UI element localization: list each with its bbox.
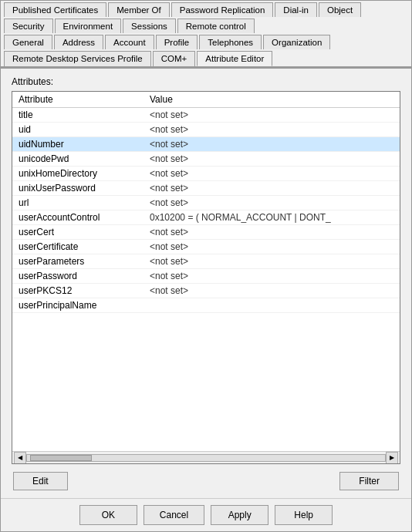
tab-dial-in[interactable]: Dial-in: [275, 2, 317, 17]
tab-account[interactable]: Account: [105, 35, 154, 49]
table-row[interactable]: unixUserPassword<not set>: [12, 181, 400, 196]
cell-attribute: userPKCS12: [12, 284, 144, 298]
cell-attribute: uidNumber: [12, 137, 144, 151]
tab-general[interactable]: General: [4, 35, 52, 49]
tab-content: Attributes: Attribute Value title<not se…: [1, 69, 411, 498]
cell-attribute: userParameters: [12, 254, 144, 268]
tab-security[interactable]: Security: [4, 19, 53, 33]
tab-attribute-editor[interactable]: Attribute Editor: [197, 51, 272, 66]
cell-attribute: unixUserPassword: [12, 181, 144, 195]
attributes-label: Attributes:: [12, 76, 400, 87]
cell-value: <not set>: [144, 254, 400, 268]
scrollbar-track[interactable]: [26, 454, 386, 462]
scroll-right-arrow[interactable]: ▶: [386, 452, 398, 464]
table-row[interactable]: unixHomeDirectory<not set>: [12, 167, 400, 181]
tab-com-plus[interactable]: COM+: [153, 51, 196, 66]
cell-attribute: unixHomeDirectory: [12, 167, 144, 180]
tab-published-certificates[interactable]: Published Certificates: [4, 2, 106, 17]
cell-value: <not set>: [144, 269, 400, 283]
tab-environment[interactable]: Environment: [55, 19, 122, 33]
cell-attribute: userPrincipalName: [12, 298, 144, 312]
table-row[interactable]: userPrincipalName: [12, 298, 400, 313]
tab-row-1: Published Certificates Member Of Passwor…: [1, 1, 411, 17]
table-row[interactable]: url<not set>: [12, 196, 400, 210]
help-button[interactable]: Help: [275, 505, 333, 525]
table-row[interactable]: unicodePwd<not set>: [12, 152, 400, 167]
header-value: Value: [144, 92, 400, 107]
table-row[interactable]: userCert<not set>: [12, 225, 400, 240]
cell-value: <not set>: [144, 181, 400, 195]
tab-password-replication[interactable]: Password Replication: [171, 2, 274, 17]
cell-attribute: unicodePwd: [12, 152, 144, 166]
table-row[interactable]: userCertificate<not set>: [12, 240, 400, 254]
tab-sessions[interactable]: Sessions: [123, 19, 176, 33]
tab-organization[interactable]: Organization: [263, 35, 330, 49]
cell-attribute: title: [12, 108, 144, 122]
attributes-table[interactable]: Attribute Value title<not set>uid<not se…: [12, 91, 400, 464]
table-body[interactable]: title<not set>uid<not set>uidNumber<not …: [12, 108, 400, 451]
cell-value: <not set>: [144, 123, 400, 136]
cell-value: <not set>: [144, 225, 400, 239]
table-row[interactable]: userParameters<not set>: [12, 254, 400, 269]
scroll-left-arrow[interactable]: ◀: [14, 452, 26, 464]
tab-container: Published Certificates Member Of Passwor…: [1, 1, 411, 69]
cell-value: <not set>: [144, 152, 400, 166]
tab-row-4: Remote Desktop Services Profile COM+ Att…: [1, 49, 411, 67]
table-row[interactable]: uidNumber<not set>: [12, 137, 400, 152]
cell-value: 0x10200 = ( NORMAL_ACCOUNT | DONT_: [144, 210, 400, 224]
bottom-bar: OK Cancel Apply Help: [1, 498, 411, 531]
tab-row-2: Security Environment Sessions Remote con…: [1, 17, 411, 33]
ok-button[interactable]: OK: [79, 505, 137, 525]
cell-attribute: userPassword: [12, 269, 144, 283]
cancel-button[interactable]: Cancel: [144, 505, 204, 525]
horizontal-scrollbar[interactable]: ◀ ▶: [12, 451, 400, 463]
cell-attribute: userCert: [12, 225, 144, 239]
tab-profile[interactable]: Profile: [156, 35, 198, 49]
cell-attribute: uid: [12, 123, 144, 136]
header-attribute: Attribute: [12, 92, 144, 107]
cell-value: <not set>: [144, 108, 400, 122]
scrollbar-thumb[interactable]: [30, 455, 92, 461]
table-row[interactable]: userPKCS12<not set>: [12, 284, 400, 298]
cell-value: [144, 298, 400, 312]
main-window: Published Certificates Member Of Passwor…: [0, 0, 412, 532]
tab-address[interactable]: Address: [54, 35, 103, 49]
cell-value: <not set>: [144, 240, 400, 254]
tab-row-3: General Address Account Profile Telephon…: [1, 33, 411, 49]
action-row: Edit Filter: [12, 472, 400, 490]
table-row[interactable]: title<not set>: [12, 108, 400, 123]
cell-value: <not set>: [144, 284, 400, 298]
cell-attribute: userAccountControl: [12, 210, 144, 224]
filter-button[interactable]: Filter: [339, 472, 399, 490]
cell-value: <not set>: [144, 137, 400, 151]
edit-button[interactable]: Edit: [13, 472, 68, 490]
cell-value: <not set>: [144, 196, 400, 210]
tab-remote-desktop[interactable]: Remote Desktop Services Profile: [4, 51, 151, 66]
tab-remote-control[interactable]: Remote control: [177, 19, 255, 33]
tab-telephones[interactable]: Telephones: [199, 35, 262, 49]
tab-object[interactable]: Object: [319, 2, 361, 17]
table-row[interactable]: userPassword<not set>: [12, 269, 400, 284]
cell-value: <not set>: [144, 167, 400, 180]
table-row[interactable]: userAccountControl0x10200 = ( NORMAL_ACC…: [12, 210, 400, 225]
table-header: Attribute Value: [12, 92, 400, 108]
cell-attribute: url: [12, 196, 144, 210]
apply-button[interactable]: Apply: [211, 505, 268, 525]
table-row[interactable]: uid<not set>: [12, 123, 400, 137]
cell-attribute: userCertificate: [12, 240, 144, 254]
tab-member-of[interactable]: Member Of: [108, 2, 170, 17]
